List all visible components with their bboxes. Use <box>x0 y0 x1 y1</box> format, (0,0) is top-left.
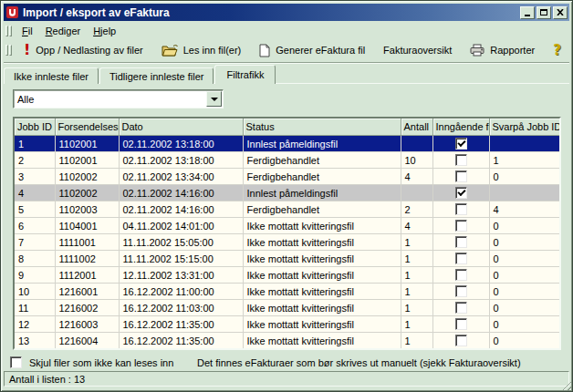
cell-inngaende-fil <box>432 333 489 349</box>
cell-dato: 16.12.2002 11:03:00 <box>119 300 243 316</box>
cell-svarpa-jobb-id: 0 <box>489 169 559 185</box>
cell-status: Ikke mottatt kvitteringsfil <box>243 218 401 234</box>
column-header-antall[interactable]: Antall <box>401 119 432 136</box>
cell-forsendelsesnr: 1102002 <box>55 169 119 185</box>
table-row[interactable]: 2110200102.11.2002 13:18:00Ferdigbehandl… <box>15 152 559 169</box>
menu-rediger[interactable]: Rediger <box>39 24 88 38</box>
unchecked-checkbox-icon <box>455 203 467 215</box>
unchecked-checkbox-icon[interactable] <box>10 356 22 368</box>
cell-inngaende-fil <box>432 201 489 218</box>
document-icon <box>259 44 270 57</box>
cell-antall: 4 <box>401 169 432 185</box>
table-row[interactable]: 13121600416.12.2002 11:35:00Ikke mottatt… <box>15 333 559 349</box>
column-header-forsendelsesnr[interactable]: Forsendelsesn <box>55 119 119 136</box>
table-row[interactable]: 4110200202.11.2002 14:16:00Innlest påmel… <box>15 185 559 201</box>
table-row[interactable]: 12121600316.12.2002 11:35:00Ikke mottatt… <box>15 316 559 333</box>
unchecked-checkbox-icon <box>455 285 467 297</box>
fakturaoversikt-button[interactable]: Fakturaoversikt <box>375 40 460 61</box>
cell-dato: 02.11.2002 13:34:00 <box>119 169 243 185</box>
cell-dato: 02.11.2002 13:18:00 <box>119 136 243 152</box>
unchecked-checkbox-icon <box>455 220 467 232</box>
menu-fil[interactable]: Fil <box>16 24 39 38</box>
cell-antall: 1 <box>401 333 432 349</box>
cell-inngaende-fil <box>432 136 489 152</box>
hide-files-checkbox-row[interactable]: Skjul filer som ikke kan leses inn <box>10 356 173 368</box>
checked-checkbox-icon <box>455 187 467 199</box>
cell-jobb-id: 7 <box>15 234 55 251</box>
cell-status: Ferdigbehandlet <box>243 152 401 169</box>
tab-tidligere-innleste-filer[interactable]: Tidligere innleste filer <box>99 67 214 84</box>
hide-files-label: Skjul filer som ikke kan leses inn <box>29 357 173 368</box>
cell-forsendelsesnr: 1104001 <box>55 218 119 234</box>
read-files-button[interactable]: Les inn fil(er) <box>153 40 250 61</box>
cell-status: Ikke mottatt kvitteringsfil <box>243 284 401 300</box>
manual-print-warning: Det finnes eFakturaer som bør skrives ut… <box>197 357 521 368</box>
cell-svarpa-jobb-id: 0 <box>489 300 559 316</box>
status-bar: Antall i listen : 13 <box>4 371 569 387</box>
menubar-gripper[interactable] <box>5 26 13 36</box>
close-button[interactable] <box>553 6 568 19</box>
cell-jobb-id: 3 <box>15 169 55 185</box>
tab-ikke-innleste-filer[interactable]: Ikke innleste filer <box>4 67 99 84</box>
tab-filtrafikk[interactable]: Filtrafikk <box>214 65 276 84</box>
reports-button[interactable]: Rapporter <box>462 40 543 61</box>
cell-dato: 16.12.2002 11:00:00 <box>119 284 243 300</box>
table-row[interactable]: 9111200112.11.2002 13:31:00Ikke mottatt … <box>15 267 559 284</box>
status-bar-text: Antall i listen : 13 <box>9 374 85 385</box>
title-bar: Import / eksport av eFaktura <box>4 4 569 21</box>
cell-forsendelsesnr: 1216002 <box>55 300 119 316</box>
cell-inngaende-fil <box>432 169 489 185</box>
cell-dato: 02.11.2002 13:18:00 <box>119 152 243 169</box>
table-row[interactable]: 1110200102.11.2002 13:18:00Innlest påmel… <box>15 136 559 152</box>
cell-jobb-id: 12 <box>15 316 55 333</box>
unchecked-checkbox-icon <box>455 154 467 166</box>
cell-forsendelsesnr: 1111001 <box>55 234 119 251</box>
filter-dropdown-button[interactable] <box>206 91 222 107</box>
table-row[interactable]: 3110200202.11.2002 13:34:00Ferdigbehandl… <box>15 169 559 185</box>
cell-dato: 16.12.2002 11:35:00 <box>119 333 243 349</box>
cell-antall <box>401 185 432 201</box>
generate-efaktura-button[interactable]: Generer eFaktura fil <box>251 40 373 61</box>
table-header-row: Jobb ID Forsendelsesn Dato Status Antall… <box>15 119 559 136</box>
help-button[interactable]: ? <box>545 40 569 61</box>
cell-forsendelsesnr: 1102001 <box>55 136 119 152</box>
cell-status: Ikke mottatt kvitteringsfil <box>243 234 401 251</box>
column-header-inngaende-fil[interactable]: Inngående fil <box>432 119 489 136</box>
column-header-status[interactable]: Status <box>243 119 401 136</box>
cell-inngaende-fil <box>432 300 489 316</box>
filter-dropdown[interactable]: Alle <box>13 89 224 108</box>
toolbar-gripper[interactable] <box>5 45 13 56</box>
menu-hjelp[interactable]: Hjelp <box>87 24 122 38</box>
cell-jobb-id: 13 <box>15 333 55 349</box>
cell-status: Innlest påmeldingsfil <box>243 185 401 201</box>
cell-status: Ferdigbehandlet <box>243 169 401 185</box>
cell-inngaende-fil <box>432 316 489 333</box>
window-title: Import / eksport av eFaktura <box>23 6 518 19</box>
cell-status: Ikke mottatt kvitteringsfil <box>243 300 401 316</box>
cell-svarpa-jobb-id: 0 <box>489 316 559 333</box>
cell-svarpa-jobb-id: 0 <box>489 234 559 251</box>
column-header-dato[interactable]: Dato <box>119 119 243 136</box>
column-header-jobb-id[interactable]: Jobb ID <box>15 119 55 136</box>
cell-antall: 10 <box>401 152 432 169</box>
column-header-svarpa-jobb-id[interactable]: Svarpå Jobb ID <box>489 119 559 136</box>
cell-forsendelsesnr: 1112001 <box>55 267 119 284</box>
table-row[interactable]: 10121600116.12.2002 11:00:00Ikke mottatt… <box>15 284 559 300</box>
table-row[interactable]: 8111100211.11.2002 15:15:00Ikke mottatt … <box>15 251 559 267</box>
cell-dato: 02.11.2002 14:16:00 <box>119 185 243 201</box>
app-logo-icon <box>6 6 18 18</box>
unchecked-checkbox-icon <box>455 253 467 264</box>
cell-status: Ferdigbehandlet <box>243 201 401 218</box>
cell-jobb-id: 8 <box>15 251 55 267</box>
table-row[interactable]: 11121600216.12.2002 11:03:00Ikke mottatt… <box>15 300 559 316</box>
cell-inngaende-fil <box>432 152 489 169</box>
table-row[interactable]: 6110400104.11.2002 14:01:00Ikke mottatt … <box>15 218 559 234</box>
reports-label: Rapporter <box>490 45 535 56</box>
minimize-button[interactable] <box>520 6 535 19</box>
fakturaoversikt-label: Fakturaoversikt <box>383 45 452 56</box>
maximize-button[interactable] <box>537 6 551 19</box>
upload-download-button[interactable]: ! Opp / Nedlasting av filer <box>16 40 151 61</box>
unchecked-checkbox-icon <box>455 318 467 330</box>
table-row[interactable]: 5110200302.11.2002 14:16:00Ferdigbehandl… <box>15 201 559 218</box>
table-row[interactable]: 7111100111.11.2002 15:05:00Ikke mottatt … <box>15 234 559 251</box>
